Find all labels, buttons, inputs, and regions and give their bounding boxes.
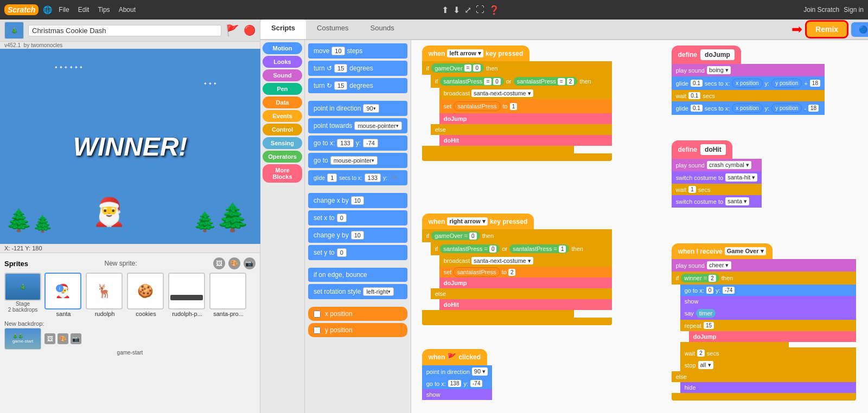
menu-tips[interactable]: Tips — [95, 4, 112, 16]
block-change-x[interactable]: change x by 10 — [308, 193, 407, 208]
menu-file[interactable]: File — [56, 4, 71, 16]
broadcast-dd-2[interactable]: santa-next-costume ▾ — [471, 257, 533, 264]
block-change-y[interactable]: change y by 10 — [308, 228, 407, 243]
cat-looks[interactable]: Looks — [263, 56, 302, 68]
block-turn-cw-val[interactable]: 15 — [334, 81, 347, 90]
hat-right-arrow[interactable]: when right arrow ▾ key pressed — [422, 214, 534, 229]
block-y-position[interactable]: y position — [308, 323, 407, 337]
define-dohit-hat[interactable]: define doHit — [672, 140, 732, 159]
block-direction-dd[interactable]: 90 — [363, 104, 379, 113]
hat-receive[interactable]: when I receive Game Over ▾ — [672, 243, 773, 259]
left-arrow-dd[interactable]: left arrow ▾ — [447, 49, 483, 57]
cat-more-blocks[interactable]: More Blocks — [263, 164, 302, 183]
block-rotation-style[interactable]: set rotation style left-right — [308, 284, 407, 299]
cat-sound[interactable]: Sound — [263, 69, 302, 81]
cat-events[interactable]: Events — [263, 110, 302, 122]
block-go-to-xy[interactable]: go to x: 133 y: -74 — [308, 135, 407, 151]
block-glide-secs[interactable]: 1 — [327, 173, 337, 182]
backdrop-upload-icon[interactable]: 🖼 — [44, 333, 55, 344]
tab-sounds[interactable]: Sounds — [360, 20, 405, 39]
new-sprite-camera[interactable]: 📷 — [244, 257, 256, 269]
sound-boing-dd[interactable]: boing ▾ — [707, 66, 731, 74]
block-move-val[interactable]: 10 — [331, 47, 344, 55]
block-set-x-val[interactable]: 0 — [337, 214, 347, 222]
signin-link[interactable]: Sign in — [844, 6, 864, 14]
block-glide-x[interactable]: 133 — [365, 173, 381, 182]
backdrop-thumb[interactable]: 🎄🎄game-start — [4, 328, 41, 350]
hat-left-arrow[interactable]: when left arrow ▾ key pressed — [422, 46, 530, 61]
sprite-thumb-santa-pro[interactable]: santa-pro... — [209, 273, 247, 317]
remix-button[interactable]: Remix — [807, 22, 847, 37]
stage-title-input[interactable] — [28, 25, 221, 36]
scratch-logo[interactable]: Scratch — [4, 4, 39, 15]
block-point-towards[interactable]: point towards mouse-pointer — [308, 118, 407, 133]
join-link[interactable]: Join Scratch — [803, 6, 839, 14]
block-turn-ccw-val[interactable]: 15 — [334, 64, 347, 73]
block-towards-dd[interactable]: mouse-pointer — [354, 121, 401, 130]
right-arrow-dd[interactable]: right arrow ▾ — [447, 217, 488, 225]
download-icon[interactable]: ⬇ — [453, 5, 460, 15]
x-position-check[interactable] — [314, 311, 321, 318]
tab-scripts[interactable]: Scripts — [260, 20, 306, 39]
sprite-thumb-rudolph-p[interactable]: rudolph-p... — [168, 273, 206, 317]
block-go-to[interactable]: go to mouse-pointer — [308, 153, 407, 168]
block-if-on-edge[interactable]: if on edge, bounce — [308, 268, 407, 282]
block-goto-y[interactable]: -74 — [363, 139, 378, 147]
cat-control[interactable]: Control — [263, 124, 302, 135]
crash-cymbal-dd[interactable]: crash cymbal ▾ — [707, 161, 751, 169]
broadcast-dd-1[interactable]: santa-next-costume ▾ — [471, 89, 533, 97]
help-icon[interactable]: ❓ — [489, 5, 500, 15]
resize-icon[interactable]: ⛶ — [476, 5, 484, 15]
cat-pen[interactable]: Pen — [263, 83, 302, 95]
block-point-direction[interactable]: point in direction 90 — [308, 101, 407, 116]
goto-x-0: 0 — [706, 287, 714, 294]
new-sprite-upload[interactable]: 🎨 — [228, 257, 240, 269]
script-canvas[interactable]: when left arrow ▾ key pressed if gameOve… — [411, 40, 868, 413]
block-x-position[interactable]: x position — [308, 307, 407, 321]
block-change-x-val[interactable]: 10 — [351, 196, 364, 205]
cheer-dd[interactable]: cheer ▾ — [707, 261, 731, 269]
receive-dd[interactable]: Game Over ▾ — [725, 247, 766, 255]
block-move-steps[interactable]: move 10 steps — [308, 43, 407, 59]
y-position-check[interactable] — [314, 327, 321, 334]
backdrop-paint-icon[interactable]: 🎨 — [58, 333, 68, 344]
fullscreen-icon[interactable]: ⤢ — [464, 5, 471, 15]
globe-icon[interactable]: 🌐 — [43, 5, 52, 14]
block-change-y-val[interactable]: 10 — [351, 231, 364, 240]
cat-data[interactable]: Data — [263, 96, 302, 108]
green-flag-button[interactable]: 🚩 — [226, 24, 239, 37]
block-set-x[interactable]: set x to 0 — [308, 210, 407, 225]
goto-y-val: -74 — [470, 380, 482, 387]
sprite-thumb-rudolph[interactable]: 🦌 rudolph — [86, 273, 124, 317]
block-goto-dd[interactable]: mouse-pointer — [330, 156, 378, 165]
x-pos-rep-2: x position — [732, 104, 762, 113]
cat-motion[interactable]: Motion — [263, 42, 302, 54]
block-glide[interactable]: glide 1 secs to x: 133 y: -74 — [308, 170, 407, 185]
stop-dd[interactable]: all ▾ — [698, 361, 713, 369]
tab-costumes[interactable]: Costumes — [306, 20, 360, 39]
new-sprite-paint[interactable]: 🖼 — [213, 257, 225, 269]
menu-about[interactable]: About — [117, 4, 138, 16]
sprite-thumb-santa[interactable]: i 🎅 santa — [44, 273, 82, 317]
gameover-val-1: = — [464, 64, 472, 72]
block-set-y-val[interactable]: 0 — [337, 248, 347, 257]
block-goto-x[interactable]: 133 — [337, 139, 353, 147]
stage-sprite-thumb[interactable]: 🎄 Stage2 backdrops — [4, 273, 41, 317]
costume-hit-dd[interactable]: santa-hit ▾ — [725, 173, 757, 182]
sprite-thumb-cookies[interactable]: 🍪 cookies — [127, 273, 165, 317]
costume-santa-dd[interactable]: santa ▾ — [725, 197, 749, 205]
see-project-button[interactable]: 🔵 See project page — [851, 22, 868, 37]
block-turn-ccw[interactable]: turn ↺ 15 degrees — [308, 61, 407, 76]
upload-icon[interactable]: ⬆ — [442, 5, 449, 15]
stop-button[interactable]: 🔴 — [244, 24, 256, 36]
backdrop-camera-icon[interactable]: 📷 — [71, 333, 81, 344]
menu-edit[interactable]: Edit — [76, 4, 92, 16]
point-dir-dd[interactable]: 90 ▾ — [472, 367, 488, 376]
block-set-y[interactable]: set y to 0 — [308, 245, 407, 260]
block-turn-cw[interactable]: turn ↻ 15 degrees — [308, 78, 407, 93]
cat-operators[interactable]: Operators — [263, 151, 302, 163]
hat-flag[interactable]: when 🚩 clicked — [422, 349, 487, 365]
define-dojump-hat[interactable]: define doJump — [672, 46, 741, 64]
cat-sensing[interactable]: Sensing — [263, 137, 302, 149]
block-rotation-dd[interactable]: left-right — [363, 287, 394, 296]
